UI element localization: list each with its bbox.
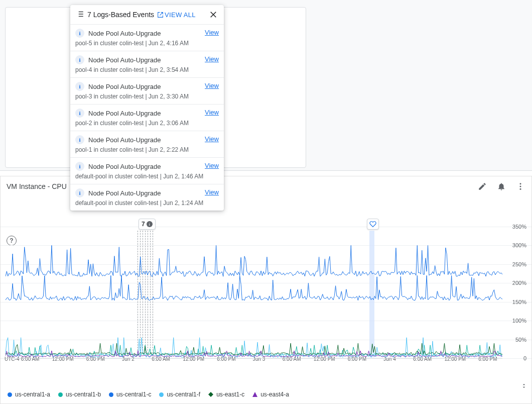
event-view-link[interactable]: View <box>205 29 219 36</box>
legend-swatch <box>159 392 164 397</box>
y-axis-label: 200% <box>512 280 526 286</box>
info-icon: i <box>75 162 84 171</box>
y-axis-label: 100% <box>512 318 526 324</box>
event-title: Node Pool Auto-Upgrade <box>88 83 161 90</box>
series-line <box>6 275 502 300</box>
event-description: pool-1 in cluster colin-test | Jun 2, 2:… <box>75 146 219 153</box>
event-description: default-pool in cluster colin-test | Jun… <box>75 199 219 207</box>
event-title: Node Pool Auto-Upgrade <box>88 110 161 117</box>
more-button[interactable] <box>515 181 525 191</box>
y-axis-label: 50% <box>515 337 526 343</box>
svg-marker-12 <box>208 392 213 397</box>
legend-swatch <box>8 392 12 397</box>
event-view-link[interactable]: View <box>205 82 219 89</box>
svg-point-8 <box>520 183 521 184</box>
view-all-label: VIEW ALL <box>165 11 196 19</box>
info-icon: i <box>75 188 84 197</box>
legend-item[interactable]: us-central1-c <box>109 391 151 398</box>
event-view-link[interactable]: View <box>205 135 219 143</box>
event-description: pool-4 in cluster colin-test | Jun 2, 3:… <box>75 66 219 73</box>
legend-item[interactable]: us-east4-a <box>252 391 289 398</box>
event-row: i Node Pool Auto-Upgrade default-pool in… <box>70 157 224 184</box>
pencil-icon <box>478 182 487 191</box>
event-row: i Node Pool Auto-Upgrade pool-5 in clust… <box>70 24 224 51</box>
svg-point-9 <box>520 186 521 187</box>
svg-marker-13 <box>252 392 257 397</box>
chart-actions <box>477 181 525 191</box>
info-icon: i <box>75 55 84 64</box>
legend-swatch-triangle <box>252 392 257 397</box>
legend-item[interactable]: us-east1-c <box>208 391 244 398</box>
popover-header: 7 Logs-Based Events VIEW ALL <box>70 5 224 24</box>
chart-body[interactable]: ? 7 i 050%100%150%200%250%300%350% UTC-4… <box>1 196 531 382</box>
info-icon: i <box>147 221 153 227</box>
events-count-badge[interactable]: 7 i <box>139 219 156 230</box>
bell-icon <box>497 182 506 191</box>
legend-item[interactable]: us-central1-f <box>159 391 200 398</box>
info-icon: i <box>75 29 84 38</box>
event-view-link[interactable]: View <box>205 162 219 169</box>
event-row: i Node Pool Auto-Upgrade pool-1 in clust… <box>70 131 224 157</box>
event-description: pool-3 in cluster colin-test | Jun 2, 3:… <box>75 93 219 100</box>
event-view-link[interactable]: View <box>205 109 219 116</box>
event-title: Node Pool Auto-Upgrade <box>88 163 161 170</box>
event-view-link[interactable]: View <box>205 188 219 196</box>
event-row: i Node Pool Auto-Upgrade default-pool in… <box>70 184 224 211</box>
chart-title: VM Instance - CPU <box>7 182 67 190</box>
legend-label: us-central1-f <box>167 391 200 398</box>
list-icon <box>75 10 84 20</box>
event-description: pool-2 in cluster colin-test | Jun 2, 3:… <box>75 120 219 127</box>
event-title: Node Pool Auto-Upgrade <box>88 136 161 144</box>
legend-swatch <box>109 392 113 397</box>
svg-point-10 <box>520 188 521 190</box>
series-line <box>6 245 502 276</box>
legend-label: us-central1-b <box>66 391 101 398</box>
y-axis-label: 250% <box>512 261 526 267</box>
view-all-link[interactable]: VIEW ALL <box>157 11 196 19</box>
legend-label: us-east1-c <box>216 391 244 398</box>
heart-badge[interactable] <box>367 219 379 230</box>
event-row: i Node Pool Auto-Upgrade pool-4 in clust… <box>70 51 224 77</box>
legend-label: us-central1-c <box>116 391 151 398</box>
legend-label: us-east4-a <box>260 391 289 398</box>
event-description: pool-5 in cluster colin-test | Jun 2, 4:… <box>75 40 219 47</box>
y-axis-label: 300% <box>512 242 526 248</box>
edit-button[interactable] <box>477 181 487 191</box>
event-title: Node Pool Auto-Upgrade <box>88 30 161 37</box>
y-axis-label: 0 <box>523 355 526 361</box>
more-vert-icon <box>516 182 525 191</box>
events-count: 7 <box>142 221 145 228</box>
y-axis-label: 150% <box>512 299 526 305</box>
heart-icon <box>369 221 376 228</box>
expand-collapse-button[interactable] <box>520 381 527 390</box>
legend-label: us-central1-a <box>15 391 50 398</box>
legend-swatch-diamond <box>208 392 213 397</box>
unfold-icon <box>520 381 527 390</box>
legend-swatch <box>58 392 63 397</box>
event-title: Node Pool Auto-Upgrade <box>88 56 161 64</box>
chart-legend: us-central1-aus-central1-bus-central1-cu… <box>8 388 289 400</box>
legend-item[interactable]: us-central1-b <box>58 391 101 398</box>
close-icon <box>209 10 218 19</box>
y-axis-label: 350% <box>512 224 526 230</box>
event-row: i Node Pool Auto-Upgrade pool-3 in clust… <box>70 77 224 104</box>
event-row: i Node Pool Auto-Upgrade pool-2 in clust… <box>70 104 224 131</box>
legend-item[interactable]: us-central1-a <box>8 391 50 398</box>
info-icon: i <box>75 109 84 118</box>
event-view-link[interactable]: View <box>205 55 219 63</box>
logs-events-popover: 7 Logs-Based Events VIEW ALL i Node Pool… <box>70 5 224 211</box>
info-icon: i <box>75 82 84 91</box>
info-icon: i <box>75 135 84 144</box>
close-button[interactable] <box>208 9 219 20</box>
open-external-icon <box>157 12 164 18</box>
event-description: default-pool in cluster colin-test | Jun… <box>75 173 219 180</box>
alert-button[interactable] <box>496 181 506 191</box>
event-title: Node Pool Auto-Upgrade <box>88 189 161 197</box>
popover-title: 7 Logs-Based Events <box>87 11 154 19</box>
chart-plot-svg <box>6 222 502 363</box>
